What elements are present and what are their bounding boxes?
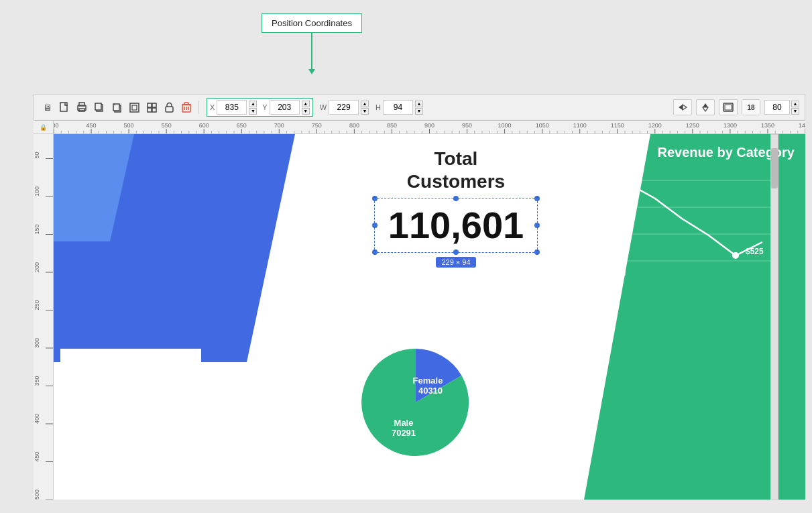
svg-text:550: 550 xyxy=(162,122,172,129)
svg-text:750: 750 xyxy=(312,122,322,129)
svg-point-182 xyxy=(732,252,739,259)
svg-text:850: 850 xyxy=(387,122,397,129)
file-icon[interactable] xyxy=(57,100,72,115)
svg-text:900: 900 xyxy=(424,122,434,129)
svg-text:450: 450 xyxy=(34,451,40,461)
svg-text:800: 800 xyxy=(349,122,359,129)
white-box-2 xyxy=(60,416,161,443)
svg-text:350: 350 xyxy=(34,376,40,386)
toolbar-right: 18 ▲ ▼ xyxy=(673,99,799,115)
x-input[interactable] xyxy=(217,100,247,115)
svg-rect-3 xyxy=(79,109,84,111)
annotation-label: Position Coordinates xyxy=(262,13,362,33)
svg-text:700: 700 xyxy=(274,122,284,129)
x-down[interactable]: ▼ xyxy=(249,108,257,115)
handle-bm xyxy=(453,249,459,255)
svg-text:200: 200 xyxy=(34,262,40,272)
svg-text:300: 300 xyxy=(34,338,40,348)
svg-rect-10 xyxy=(132,105,137,110)
copy1-icon[interactable] xyxy=(92,100,107,115)
w-spinners: ▲ ▼ xyxy=(361,101,369,115)
svg-text:1200: 1200 xyxy=(648,122,662,129)
svg-text:1400: 1400 xyxy=(799,122,805,129)
svg-text:1300: 1300 xyxy=(723,122,737,129)
y-down[interactable]: ▼ xyxy=(302,108,310,115)
revenue-title: Revenue by Category xyxy=(601,145,795,160)
separator-1 xyxy=(198,101,199,114)
rot-down[interactable]: ▼ xyxy=(791,108,799,115)
flip-h-icon[interactable] xyxy=(673,99,692,115)
svg-text:650: 650 xyxy=(237,122,247,129)
y-spinners: ▲ ▼ xyxy=(302,101,310,115)
h-spinners: ▲ ▼ xyxy=(415,101,423,115)
svg-text:$800: $800 xyxy=(605,202,622,210)
monitor-icon[interactable]: 🖥 xyxy=(40,100,54,115)
scrollbar-thumb[interactable] xyxy=(771,148,778,188)
svg-rect-15 xyxy=(166,107,173,112)
svg-text:1050: 1050 xyxy=(536,122,549,129)
svg-rect-11 xyxy=(148,103,152,107)
total-label: Total xyxy=(434,148,478,170)
svg-rect-14 xyxy=(152,108,156,112)
w-field: W ▲ ▼ xyxy=(320,100,369,115)
svg-text:150: 150 xyxy=(34,224,40,234)
h-input[interactable] xyxy=(383,100,413,115)
y-label: Y xyxy=(262,103,267,111)
svg-text:500: 500 xyxy=(34,490,40,500)
handle-ml xyxy=(372,223,378,228)
svg-text:Revenue: Revenue xyxy=(607,221,615,250)
svg-text:400: 400 xyxy=(54,122,59,129)
copy2-icon[interactable] xyxy=(109,100,124,115)
x-up[interactable]: ▲ xyxy=(249,101,257,107)
y-field: Y ▲ ▼ xyxy=(262,100,309,115)
canvas-content: Total Customers 110,601 229 × 94 xyxy=(54,134,805,500)
w-label: W xyxy=(320,103,327,111)
w-input[interactable] xyxy=(329,100,359,115)
blue-shape-left xyxy=(54,134,342,500)
grid-icon[interactable]: 18 xyxy=(742,99,760,115)
rotation-input[interactable] xyxy=(764,100,790,115)
y-input[interactable] xyxy=(270,100,300,115)
svg-text:1250: 1250 xyxy=(686,122,699,129)
rot-up[interactable]: ▲ xyxy=(791,101,799,107)
scrollbar-right[interactable] xyxy=(770,134,778,500)
svg-text:1000: 1000 xyxy=(498,122,512,129)
svg-rect-9 xyxy=(130,103,139,112)
svg-text:40310: 40310 xyxy=(418,386,443,396)
revenue-chart: $1,000 $800 $600 $400 Revenue $525 xyxy=(601,168,795,325)
print-icon[interactable] xyxy=(74,100,89,115)
fit-icon[interactable] xyxy=(719,99,738,115)
svg-text:$400: $400 xyxy=(605,255,622,264)
svg-text:1100: 1100 xyxy=(573,122,587,129)
svg-text:1150: 1150 xyxy=(611,122,624,129)
lock-icon[interactable] xyxy=(162,100,176,115)
h-up[interactable]: ▲ xyxy=(415,101,423,107)
copy4-icon[interactable] xyxy=(144,100,159,115)
flip-v-icon[interactable] xyxy=(696,99,715,115)
ruler-corner: 🔒 xyxy=(34,121,54,134)
handle-tr xyxy=(534,196,540,201)
svg-text:70291: 70291 xyxy=(392,428,416,438)
delete-icon[interactable] xyxy=(179,100,194,115)
handle-mr xyxy=(534,223,540,228)
customers-label: Customers xyxy=(407,170,505,193)
x-field: X ▲ ▼ xyxy=(210,100,257,115)
svg-text:100: 100 xyxy=(34,186,40,196)
svg-text:600: 600 xyxy=(199,122,209,129)
annotation-arrow xyxy=(311,33,312,70)
selected-number-element[interactable]: 110,601 xyxy=(374,198,538,253)
y-up[interactable]: ▲ xyxy=(302,101,310,107)
svg-text:Male: Male xyxy=(394,418,414,428)
rotation-field: ▲ ▼ xyxy=(764,100,799,115)
w-up[interactable]: ▲ xyxy=(361,101,369,107)
svg-rect-13 xyxy=(148,108,152,112)
copy3-icon[interactable] xyxy=(127,100,141,115)
handle-br xyxy=(534,249,540,255)
svg-rect-23 xyxy=(725,105,732,110)
lock-small-icon: 🔒 xyxy=(40,124,47,131)
h-down[interactable]: ▼ xyxy=(415,108,423,115)
center-content: Total Customers 110,601 229 × 94 xyxy=(349,148,563,268)
svg-text:$525: $525 xyxy=(746,247,764,256)
w-down[interactable]: ▼ xyxy=(361,108,369,115)
svg-text:50: 50 xyxy=(34,152,40,158)
